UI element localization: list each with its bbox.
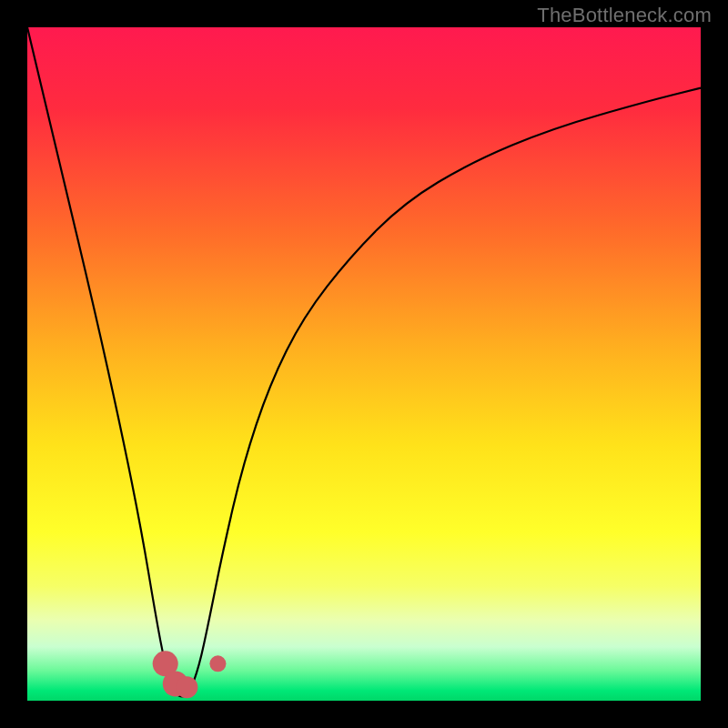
marker-d <box>209 655 226 672</box>
chart-stage: TheBottleneck.com <box>0 0 728 728</box>
marker-c <box>176 676 197 698</box>
watermark-text: TheBottleneck.com <box>537 4 712 27</box>
bottleneck-chart <box>0 0 728 728</box>
plot-background <box>27 27 701 701</box>
